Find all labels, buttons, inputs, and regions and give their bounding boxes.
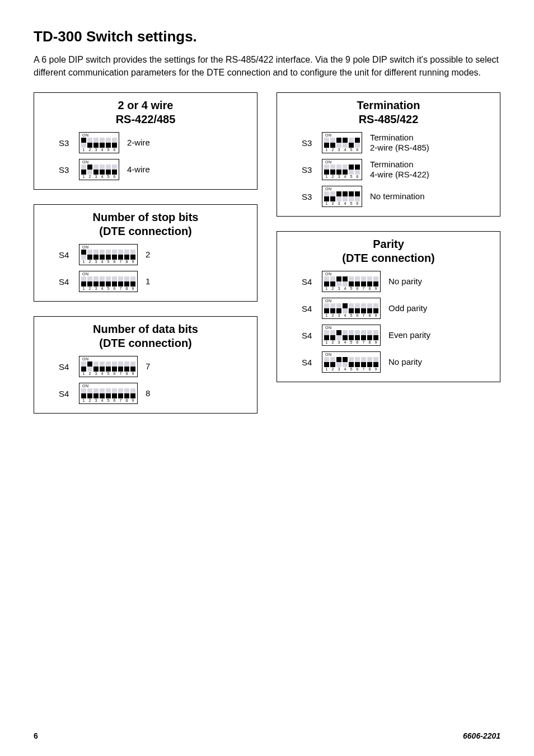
dip-number: 4	[100, 372, 105, 376]
dip-number: 2	[87, 287, 92, 291]
dip-number: 6	[355, 287, 360, 291]
dip-slot	[93, 276, 99, 287]
dip-number: 8	[124, 260, 129, 264]
dip-number: 9	[130, 287, 135, 291]
dip-slot	[343, 330, 348, 340]
dip-number: 8	[367, 313, 372, 318]
dip-slots	[81, 388, 135, 398]
setting-row: S4ON1234567898	[42, 383, 249, 404]
dip-slot	[324, 330, 329, 340]
right-column: Termination RS-485/422 S3ON123456Termina…	[277, 92, 500, 414]
dip-slot	[81, 388, 86, 398]
panel-rows: S3ON123456Termination2-wire (RS-485)S3ON…	[285, 132, 492, 207]
dip-knob	[367, 362, 372, 367]
dip-number: 2	[330, 201, 335, 206]
dip-knob	[100, 367, 105, 372]
panel-title-line1: 2 or 4 wire	[118, 99, 174, 111]
dip-knob	[130, 393, 135, 398]
dip-numbers: 123456	[324, 201, 360, 206]
dip-knob	[361, 281, 366, 287]
dip-knob	[81, 138, 86, 143]
dip-knob	[87, 143, 92, 148]
dip-slot	[349, 138, 354, 148]
panel-termination: Termination RS-485/422 S3ON123456Termina…	[277, 92, 500, 217]
dip-slot	[93, 361, 99, 372]
dip-slot	[330, 357, 335, 367]
dip-slot	[349, 191, 354, 201]
dip-number: 1	[324, 201, 329, 206]
dip-switch: ON123456789	[322, 351, 381, 373]
dip-number: 3	[93, 260, 99, 264]
setting-label: 1	[146, 276, 150, 287]
dip-knob	[93, 281, 99, 287]
dip-number: 4	[100, 287, 105, 291]
setting-label: Odd parity	[388, 303, 427, 313]
dip-number: 6	[355, 175, 360, 179]
dip-slot	[361, 330, 366, 340]
dip-number: 2	[330, 340, 335, 345]
dip-slot	[349, 276, 354, 287]
dip-switch: ON123456	[322, 159, 362, 180]
dip-number: 1	[324, 148, 329, 152]
dip-number: 8	[367, 287, 372, 291]
switch-id: S4	[302, 277, 314, 287]
dip-knob	[336, 191, 341, 196]
dip-slot	[81, 276, 86, 287]
dip-on-label: ON	[324, 133, 360, 138]
dip-knob	[124, 281, 129, 287]
dip-on-label: ON	[81, 357, 135, 361]
panel-rows: S4ON123456789No parityS4ON123456789Odd p…	[285, 271, 492, 373]
switch-id: S4	[59, 362, 71, 372]
dip-slots	[81, 250, 135, 260]
dip-knob	[355, 191, 360, 196]
dip-knob	[112, 367, 117, 372]
dip-knob	[330, 308, 335, 313]
dip-number: 9	[373, 313, 378, 318]
dip-slot	[367, 303, 372, 313]
switch-id: S3	[302, 165, 314, 175]
dip-number: 9	[373, 367, 378, 372]
setting-row: S4ON123456789No parity	[285, 271, 492, 292]
dip-knob	[324, 281, 329, 287]
dip-knob	[93, 367, 99, 372]
dip-slot	[361, 357, 366, 367]
setting-row: S4ON123456789Odd parity	[285, 298, 492, 319]
panel-rows: S4ON1234567897S4ON1234567898	[42, 356, 249, 404]
dip-switch: ON123456789	[322, 325, 381, 346]
dip-slot	[81, 138, 86, 148]
dip-slot	[112, 138, 117, 148]
dip-knob	[112, 170, 117, 175]
panel-data-bits: Number of data bits (DTE connection) S4O…	[34, 316, 257, 414]
dip-number: 3	[93, 175, 99, 179]
dip-knob	[324, 308, 329, 313]
dip-number: 3	[336, 148, 341, 152]
dip-knob	[81, 170, 86, 175]
dip-number: 3	[93, 372, 99, 376]
dip-slots	[81, 276, 135, 287]
dip-switch: ON123456789	[79, 356, 138, 377]
dip-number: 4	[343, 287, 348, 291]
switch-id: S3	[302, 192, 314, 201]
dip-knob	[343, 357, 348, 362]
dip-number: 7	[361, 367, 366, 372]
dip-number: 1	[81, 287, 86, 291]
dip-number: 6	[355, 340, 360, 345]
dip-number: 8	[367, 340, 372, 345]
dip-slots	[324, 330, 378, 340]
dip-knob	[343, 303, 348, 308]
dip-number: 3	[336, 367, 341, 372]
setting-label: 8	[146, 388, 150, 398]
dip-knob	[93, 170, 99, 175]
dip-number: 5	[106, 260, 111, 264]
dip-number: 4	[100, 175, 105, 179]
dip-slot	[361, 276, 366, 287]
dip-slot	[106, 388, 111, 398]
page-number: 6	[34, 731, 38, 740]
dip-number: 4	[100, 398, 105, 403]
dip-slot	[93, 165, 99, 175]
dip-knob	[124, 255, 129, 260]
dip-slot	[118, 250, 123, 260]
dip-number: 5	[106, 372, 111, 376]
dip-number: 4	[343, 175, 348, 179]
dip-slots	[81, 138, 117, 148]
